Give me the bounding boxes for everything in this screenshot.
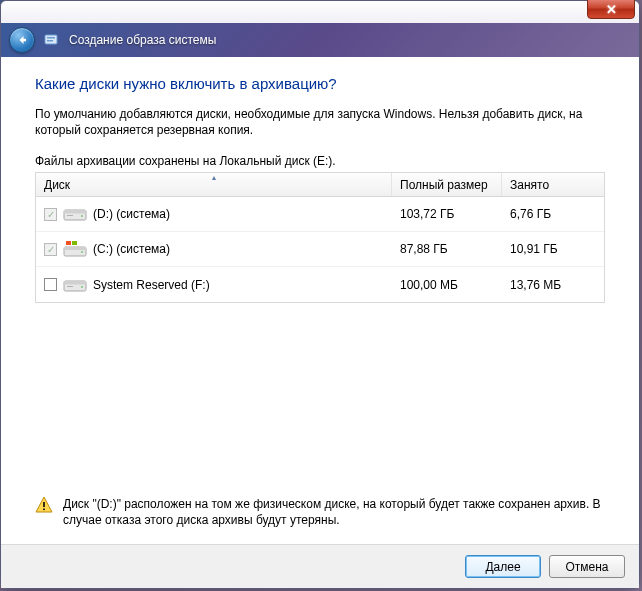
close-button[interactable]: ✕ <box>587 0 635 19</box>
cell-used: 6,76 ГБ <box>502 207 604 221</box>
table-header: Диск ▴ Полный размер Занято <box>36 173 604 197</box>
cell-disk: ✓(C:) (система) <box>36 239 392 259</box>
save-location-text: Файлы архивации сохранены на Локальный д… <box>35 154 605 168</box>
disk-table: Диск ▴ Полный размер Занято ✓(D:) (систе… <box>35 172 605 303</box>
disk-checkbox: ✓ <box>44 243 57 256</box>
svg-rect-2 <box>47 40 53 42</box>
nav-bar: Создание образа системы <box>1 23 639 57</box>
cell-disk: ✓(D:) (система) <box>36 204 392 224</box>
svg-rect-6 <box>67 215 73 216</box>
svg-rect-11 <box>72 241 77 245</box>
table-row[interactable]: System Reserved (F:)100,00 МБ13,76 МБ <box>36 267 604 302</box>
page-heading: Какие диски нужно включить в архивацию? <box>35 75 605 92</box>
table-row[interactable]: ✓(C:) (система)87,88 ГБ10,91 ГБ <box>36 232 604 267</box>
table-row[interactable]: ✓(D:) (система)103,72 ГБ6,76 ГБ <box>36 197 604 232</box>
svg-point-5 <box>81 215 83 217</box>
svg-rect-8 <box>64 247 86 250</box>
sort-asc-icon: ▴ <box>212 173 216 182</box>
next-button[interactable]: Далее <box>465 555 541 578</box>
close-icon: ✕ <box>606 2 617 17</box>
back-button[interactable] <box>9 27 35 53</box>
header-disk[interactable]: Диск ▴ <box>36 173 392 196</box>
wizard-window: ✕ Создание образа системы Какие диски ну… <box>0 0 640 589</box>
disk-checkbox: ✓ <box>44 208 57 221</box>
svg-rect-1 <box>47 37 55 39</box>
cell-size: 100,00 МБ <box>392 278 502 292</box>
warning-text: Диск "(D:)" расположен на том же физичес… <box>63 496 605 528</box>
content-area: Какие диски нужно включить в архивацию? … <box>1 57 639 544</box>
svg-rect-4 <box>64 210 86 214</box>
cell-used: 13,76 МБ <box>502 278 604 292</box>
warning-icon <box>35 496 53 514</box>
svg-rect-0 <box>45 35 57 44</box>
disk-label: (D:) (система) <box>93 207 170 221</box>
cell-size: 103,72 ГБ <box>392 207 502 221</box>
system-image-icon <box>43 31 61 49</box>
svg-rect-10 <box>66 241 71 245</box>
svg-point-9 <box>81 251 83 253</box>
header-full-size[interactable]: Полный размер <box>392 173 502 196</box>
svg-rect-18 <box>43 508 45 510</box>
window-title: Создание образа системы <box>69 33 216 47</box>
svg-point-15 <box>81 286 83 288</box>
svg-rect-16 <box>67 286 73 287</box>
svg-rect-14 <box>64 281 86 285</box>
cell-size: 87,88 ГБ <box>392 242 502 256</box>
cancel-button[interactable]: Отмена <box>549 555 625 578</box>
disk-checkbox[interactable] <box>44 278 57 291</box>
drive-icon <box>63 275 87 295</box>
drive-icon <box>63 204 87 224</box>
windows-drive-icon <box>63 239 87 259</box>
cell-disk: System Reserved (F:) <box>36 275 392 295</box>
back-arrow-icon <box>15 33 29 47</box>
disk-label: (C:) (система) <box>93 242 170 256</box>
header-used-label: Занято <box>510 178 549 192</box>
table-body: ✓(D:) (система)103,72 ГБ6,76 ГБ✓(C:) (си… <box>36 197 604 302</box>
titlebar: ✕ <box>1 1 639 23</box>
cell-used: 10,91 ГБ <box>502 242 604 256</box>
header-used[interactable]: Занято <box>502 173 604 196</box>
page-description: По умолчанию добавляются диски, необходи… <box>35 106 605 138</box>
warning-area: Диск "(D:)" расположен на том же физичес… <box>35 488 605 534</box>
svg-rect-17 <box>43 502 45 507</box>
disk-label: System Reserved (F:) <box>93 278 210 292</box>
footer-bar: Далее Отмена <box>1 544 639 588</box>
header-disk-label: Диск <box>44 178 70 192</box>
header-size-label: Полный размер <box>400 178 488 192</box>
